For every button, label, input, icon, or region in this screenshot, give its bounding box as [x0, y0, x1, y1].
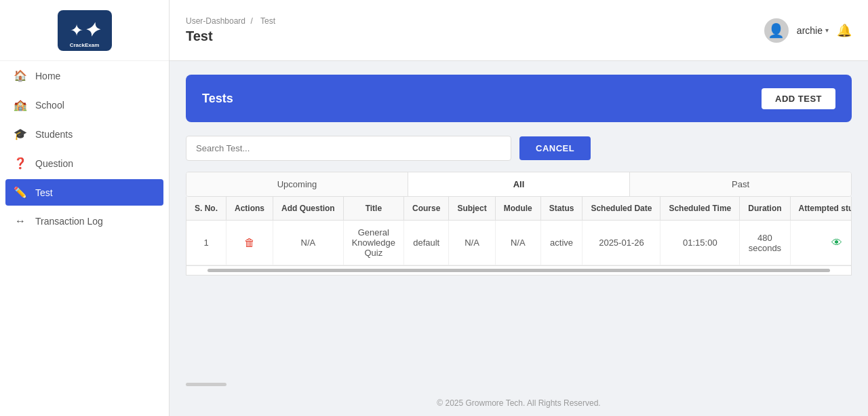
test-icon: ✏️ — [14, 186, 27, 199]
cell-course: default — [404, 221, 449, 265]
tabs-row: Upcoming All Past — [186, 172, 852, 197]
breadcrumb-current: Test — [260, 16, 275, 26]
cell-add-question: N/A — [273, 221, 344, 265]
col-title: Title — [343, 197, 403, 221]
sidebar-item-students[interactable]: 🎓 Students — [0, 119, 169, 149]
table-wrapper: S. No. Actions Add Question Title Course… — [186, 197, 852, 266]
sidebar-item-school[interactable]: 🏫 School — [0, 90, 169, 119]
sidebar-item-label: School — [35, 100, 64, 111]
sidebar-item-question[interactable]: ❓ Question — [0, 149, 169, 178]
delete-icon[interactable]: 🗑 — [244, 237, 255, 248]
cell-actions: 🗑 — [226, 221, 273, 265]
transaction-icon: ↔ — [14, 215, 27, 227]
bell-icon[interactable]: 🔔 — [837, 23, 852, 38]
col-course: Course — [404, 197, 449, 221]
horizontal-scrollbar[interactable] — [186, 266, 852, 276]
avatar-icon: 👤 — [768, 22, 785, 39]
cell-sno: 1 — [186, 221, 226, 265]
main-content: User-Dashboard / Test Test 👤 archie ▾ 🔔 … — [170, 0, 868, 416]
logo-container: ✦ CrackExam — [0, 0, 169, 61]
table-row: 1 🗑 N/A General Knowledge Quiz default N… — [186, 221, 852, 265]
sidebar-item-label: Students — [35, 129, 73, 140]
search-input[interactable] — [186, 136, 511, 161]
school-icon: 🏫 — [14, 98, 27, 111]
footer-text: © 2025 Growmore Tech. All Rights Reserve… — [437, 398, 600, 408]
sidebar-item-test[interactable]: ✏️ Test — [5, 179, 163, 206]
cell-subject: N/A — [449, 221, 495, 265]
outer-scroll-row — [170, 378, 868, 390]
sidebar-nav: 🏠 Home 🏫 School 🎓 Students ❓ Question ✏️… — [0, 61, 169, 235]
col-subject: Subject — [449, 197, 495, 221]
breadcrumb-separator: / — [250, 16, 252, 26]
scroll-thumb — [208, 269, 829, 272]
header-right: 👤 archie ▾ 🔔 — [764, 18, 852, 43]
user-info[interactable]: archie ▾ — [797, 25, 829, 36]
header: User-Dashboard / Test Test 👤 archie ▾ 🔔 — [170, 0, 868, 61]
username: archie — [797, 25, 823, 36]
cell-title: General Knowledge Quiz — [343, 221, 403, 265]
cell-attempted-stundets: 👁 — [790, 221, 852, 265]
header-left: User-Dashboard / Test Test — [186, 16, 278, 44]
sidebar-item-label: Test — [35, 187, 53, 198]
sidebar-item-label: Question — [35, 158, 73, 169]
tab-all[interactable]: All — [408, 172, 630, 196]
sidebar-item-home[interactable]: 🏠 Home — [0, 61, 169, 90]
logo: ✦ CrackExam — [58, 10, 112, 51]
cell-module: N/A — [495, 221, 540, 265]
table-body: 1 🗑 N/A General Knowledge Quiz default N… — [186, 221, 852, 265]
cell-duration: 480 seconds — [740, 221, 790, 265]
col-scheduled-date: Scheduled Date — [583, 197, 660, 221]
search-row: CANCEL — [186, 136, 852, 161]
table-header: S. No. Actions Add Question Title Course… — [186, 197, 852, 221]
sidebar: ✦ CrackExam 🏠 Home 🏫 School 🎓 Students ❓… — [0, 0, 170, 416]
home-icon: 🏠 — [14, 69, 27, 82]
cell-scheduled-date: 2025-01-26 — [583, 221, 660, 265]
col-scheduled-time: Scheduled Time — [660, 197, 740, 221]
footer: © 2025 Growmore Tech. All Rights Reserve… — [170, 390, 868, 416]
breadcrumb-parent[interactable]: User-Dashboard — [186, 16, 245, 26]
tab-past[interactable]: Past — [630, 172, 851, 196]
sidebar-item-label: Transaction Log — [35, 216, 103, 227]
col-module: Module — [495, 197, 540, 221]
sidebar-item-transaction-log[interactable]: ↔ Transaction Log — [0, 207, 169, 235]
content-area: Tests ADD TEST CANCEL Upcoming All Past … — [170, 61, 868, 378]
sidebar-item-label: Home — [35, 71, 60, 81]
logo-text: CrackExam — [70, 42, 100, 48]
col-add-question: Add Question — [273, 197, 344, 221]
question-icon: ❓ — [14, 157, 27, 170]
page-title: Test — [186, 29, 278, 44]
tab-upcoming[interactable]: Upcoming — [186, 172, 408, 196]
breadcrumb: User-Dashboard / Test — [186, 16, 278, 26]
logo-icon: ✦ — [83, 19, 99, 41]
add-test-button[interactable]: ADD TEST — [762, 88, 835, 109]
col-actions: Actions — [226, 197, 273, 221]
avatar: 👤 — [764, 18, 789, 43]
outer-scroll-thumb — [186, 383, 226, 386]
cell-scheduled-time: 01:15:00 — [660, 221, 740, 265]
col-sno: S. No. — [186, 197, 226, 221]
tests-table: S. No. Actions Add Question Title Course… — [186, 197, 852, 265]
eye-icon[interactable]: 👁 — [831, 237, 842, 248]
cell-status: active — [540, 221, 583, 265]
col-duration: Duration — [740, 197, 790, 221]
students-icon: 🎓 — [14, 128, 27, 140]
cancel-button[interactable]: CANCEL — [519, 136, 591, 160]
col-attempted-stundets: Attempted stundets — [790, 197, 852, 221]
tests-panel-title: Tests — [202, 92, 233, 106]
chevron-down-icon: ▾ — [825, 26, 829, 34]
col-status: Status — [540, 197, 583, 221]
tests-panel: Tests ADD TEST — [186, 75, 852, 122]
